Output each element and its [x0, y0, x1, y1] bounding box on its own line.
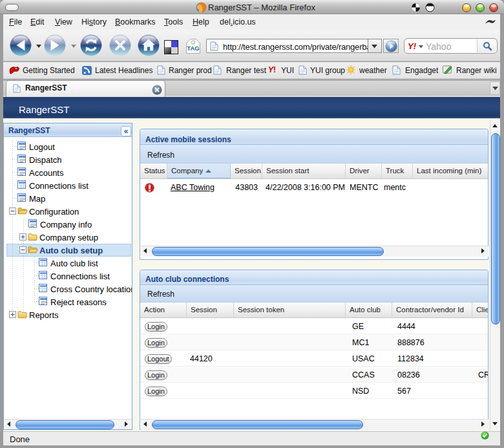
svg-text:TAG: TAG	[187, 45, 199, 52]
